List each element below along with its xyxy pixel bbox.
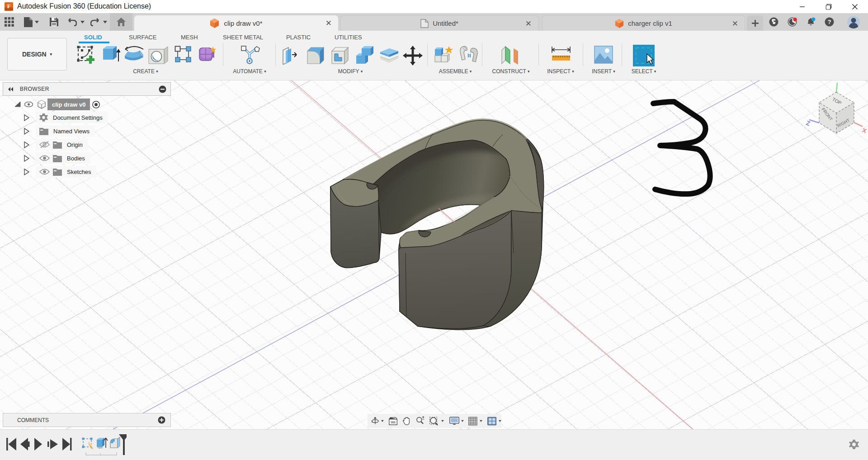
svg-text:Z: Z	[805, 119, 811, 127]
svg-text:F: F	[7, 3, 11, 9]
svg-text:X: X	[861, 127, 868, 135]
svg-text:?: ?	[827, 19, 831, 25]
